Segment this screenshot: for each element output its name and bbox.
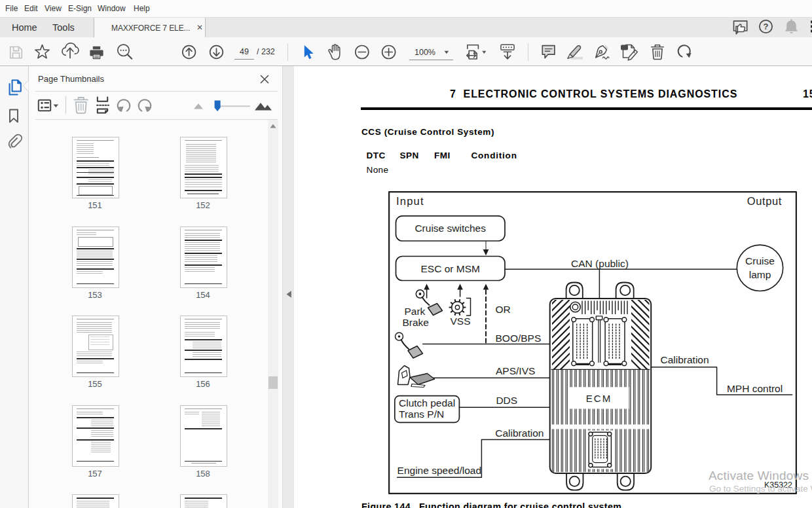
svg-text:CAN (public): CAN (public) xyxy=(571,258,629,269)
svg-text:Brake: Brake xyxy=(403,317,430,328)
svg-text:OR: OR xyxy=(496,304,511,315)
svg-text:Calibration: Calibration xyxy=(495,427,544,439)
svg-text:Output: Output xyxy=(747,195,782,207)
svg-text:Trans P/N: Trans P/N xyxy=(399,408,444,420)
svg-text:Input: Input xyxy=(396,195,424,207)
svg-text:APS/IVS: APS/IVS xyxy=(496,365,535,376)
svg-text:ESC or MSM: ESC or MSM xyxy=(420,263,479,274)
svg-text:Park: Park xyxy=(405,306,426,317)
svg-text:VSS: VSS xyxy=(451,316,471,327)
svg-text:Cruise: Cruise xyxy=(745,255,775,266)
svg-text:?: ? xyxy=(764,22,769,31)
svg-text:Clutch pedal: Clutch pedal xyxy=(399,397,455,408)
svg-text:Cruise switches: Cruise switches xyxy=(415,223,486,234)
svg-text:DDS: DDS xyxy=(496,395,517,406)
svg-text:MPH control: MPH control xyxy=(727,383,783,394)
svg-text:Engine speed/load: Engine speed/load xyxy=(397,465,481,476)
svg-text:lamp: lamp xyxy=(749,269,771,280)
svg-text:BOO/BPS: BOO/BPS xyxy=(496,333,542,344)
svg-text:Calibration: Calibration xyxy=(661,354,709,365)
svg-text:ECM: ECM xyxy=(586,393,612,404)
